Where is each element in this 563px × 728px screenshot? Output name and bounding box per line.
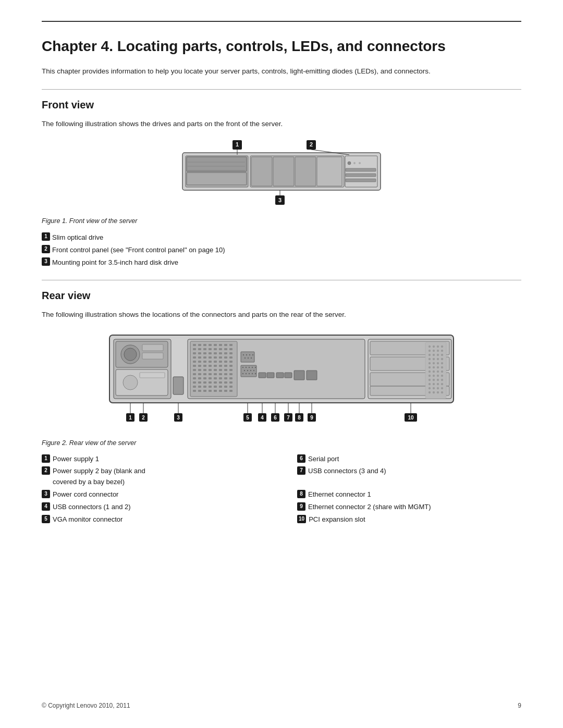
front-view-svg: 1 2 3 (130, 139, 433, 212)
front-legend-item-3: 3 Mounting point for 3.5-inch hard disk … (42, 257, 521, 268)
rear-legend-item-1: 1 Power supply 1 (42, 454, 266, 465)
svg-rect-155 (285, 373, 292, 378)
svg-rect-56 (229, 348, 232, 350)
svg-rect-86 (219, 365, 222, 367)
svg-rect-117 (214, 381, 217, 384)
section-rule-rear (42, 280, 521, 280)
top-rule (42, 21, 521, 22)
svg-rect-131 (203, 390, 206, 392)
svg-rect-125 (214, 386, 217, 388)
svg-rect-34 (142, 353, 163, 359)
rear-legend-item-5: 5 VGA monitor connector (42, 514, 266, 525)
svg-rect-103 (224, 373, 227, 375)
svg-text:9: 9 (310, 415, 313, 421)
badge-2: 2 (42, 245, 50, 253)
svg-point-32 (124, 348, 137, 361)
svg-rect-154 (276, 373, 284, 378)
svg-rect-132 (209, 390, 212, 392)
svg-point-143 (244, 369, 245, 371)
svg-text:2: 2 (310, 141, 313, 147)
front-figure-caption: Figure 1. Front view of the server (42, 217, 521, 225)
svg-rect-107 (203, 377, 206, 379)
svg-point-181 (433, 354, 435, 356)
svg-rect-79 (224, 361, 227, 363)
rear-legend-text-3: Power cord connector (53, 489, 118, 500)
rear-legend-text-7: USB connectors (3 and 4) (308, 466, 386, 477)
front-view-figure: 1 2 3 (42, 139, 521, 212)
svg-rect-24 (346, 179, 376, 182)
svg-rect-118 (219, 381, 222, 384)
svg-point-212 (429, 387, 431, 389)
footer-copyright: © Copyright Lenovo 2010, 2011 (42, 702, 130, 709)
svg-rect-51 (203, 348, 206, 350)
svg-rect-109 (214, 377, 217, 379)
svg-point-150 (252, 373, 253, 374)
rear-view-intro: The following illustration shows the loc… (42, 309, 521, 320)
svg-rect-84 (209, 365, 212, 367)
svg-point-186 (437, 358, 439, 360)
rear-legend-text-9: Ethernet connector 2 (share with MGMT) (308, 502, 431, 513)
svg-point-195 (441, 366, 443, 368)
svg-rect-134 (219, 390, 222, 392)
svg-rect-112 (229, 377, 232, 379)
svg-point-175 (441, 346, 443, 348)
svg-rect-82 (198, 365, 201, 367)
svg-point-147 (242, 373, 243, 374)
svg-point-139 (246, 366, 247, 367)
svg-rect-69 (214, 356, 217, 359)
svg-rect-158 (241, 352, 254, 362)
svg-rect-106 (198, 377, 201, 379)
rear-legend-text-8: Ethernet connector 1 (308, 489, 371, 500)
svg-rect-111 (224, 377, 227, 379)
svg-rect-44 (209, 344, 212, 346)
svg-point-165 (251, 357, 252, 358)
svg-point-206 (437, 379, 439, 381)
svg-rect-43 (203, 344, 206, 346)
svg-rect-58 (198, 352, 201, 354)
svg-rect-42 (198, 344, 201, 346)
svg-text:1: 1 (236, 141, 239, 147)
rear-legend-item-4: 4 USB connectors (1 and 2) (42, 502, 266, 513)
svg-point-192 (429, 366, 431, 368)
svg-point-20 (353, 162, 356, 164)
svg-rect-81 (193, 365, 196, 367)
svg-rect-78 (219, 361, 222, 363)
rear-legend-item-10: 10 PCI expansion slot (297, 514, 521, 525)
svg-point-218 (437, 391, 439, 393)
svg-point-145 (250, 369, 251, 371)
svg-text:4: 4 (261, 415, 264, 421)
svg-rect-66 (198, 356, 201, 359)
svg-point-141 (252, 366, 253, 367)
rear-view-title: Rear view (42, 290, 521, 302)
footer: © Copyright Lenovo 2010, 2011 9 (42, 702, 521, 709)
chapter-title: Chapter 4. Locating parts, controls, LED… (42, 38, 521, 55)
svg-rect-37 (140, 373, 165, 378)
rear-view-svg: 1 2 3 4 5 6 (94, 330, 469, 434)
svg-rect-54 (219, 348, 222, 350)
svg-text:1: 1 (129, 415, 132, 421)
rear-badge-10: 10 (297, 515, 306, 523)
svg-point-180 (429, 354, 431, 356)
rear-badge-1: 1 (42, 454, 50, 463)
svg-point-216 (429, 391, 431, 393)
rear-badge-7: 7 (297, 466, 305, 475)
svg-text:3: 3 (278, 197, 282, 203)
svg-rect-45 (214, 344, 217, 346)
badge-1: 1 (42, 232, 50, 241)
svg-point-138 (242, 366, 243, 367)
svg-rect-62 (219, 352, 222, 354)
svg-rect-22 (346, 168, 376, 171)
svg-point-164 (248, 357, 249, 358)
svg-rect-98 (198, 373, 201, 375)
svg-rect-48 (229, 344, 232, 346)
svg-rect-114 (198, 381, 201, 384)
svg-rect-120 (229, 381, 232, 384)
rear-badge-3: 3 (42, 490, 50, 498)
svg-text:3: 3 (177, 415, 180, 421)
svg-rect-71 (224, 356, 227, 359)
svg-point-179 (441, 350, 443, 352)
rear-legend-item-3: 3 Power cord connector (42, 489, 266, 500)
rear-legend-text-4: USB connectors (1 and 2) (53, 502, 131, 513)
svg-rect-113 (193, 381, 196, 384)
footer-page-number: 9 (518, 702, 521, 709)
